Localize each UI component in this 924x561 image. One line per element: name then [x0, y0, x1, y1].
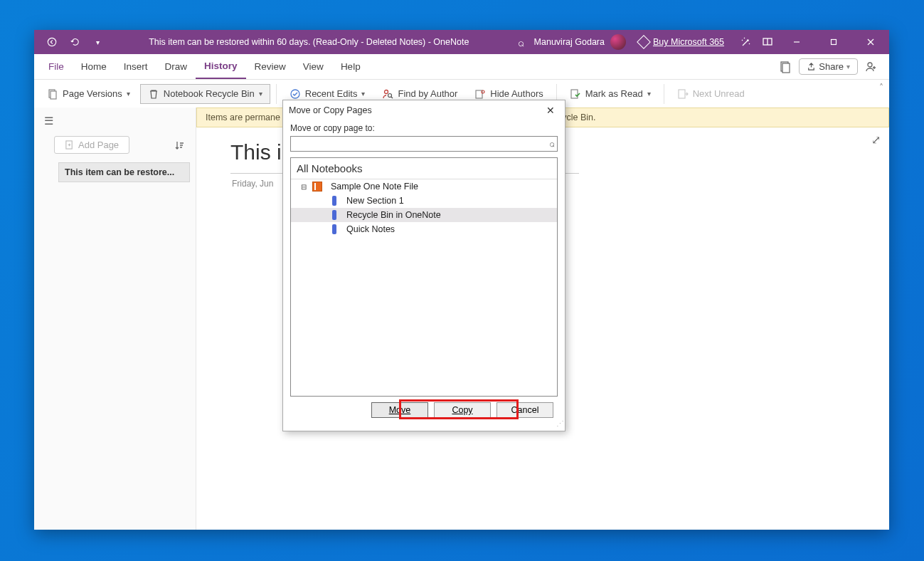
- page-list-item[interactable]: This item can be restore...: [58, 162, 190, 182]
- title-bar-left: ▾: [34, 34, 105, 50]
- move-copy-dialog: Move or Copy Pages ✕ Move or copy page t…: [282, 100, 565, 431]
- chevron-down-icon: ▾: [259, 90, 262, 98]
- notebook-tree[interactable]: All Notebooks ⊟ Sample One Note File New…: [290, 157, 558, 397]
- cancel-button[interactable]: Cancel: [496, 402, 553, 418]
- minimize-button[interactable]: [781, 30, 812, 54]
- add-page-icon: [65, 140, 74, 150]
- linked-notes-icon[interactable]: [777, 59, 793, 75]
- section-icon: [332, 224, 336, 234]
- separator: [664, 84, 664, 104]
- maximize-button[interactable]: [818, 30, 849, 54]
- section-icon: [332, 196, 336, 206]
- tab-help[interactable]: Help: [332, 54, 369, 79]
- user-name: Manuviraj Godara: [534, 37, 605, 47]
- search-icon: ⌕: [549, 138, 555, 149]
- tab-history[interactable]: History: [196, 54, 246, 79]
- page-versions-icon: [47, 88, 58, 100]
- svg-rect-4: [832, 40, 837, 45]
- dialog-close-button[interactable]: ✕: [542, 102, 559, 119]
- move-button[interactable]: Move: [371, 402, 428, 418]
- collapse-icon[interactable]: ⊟: [301, 183, 308, 191]
- mark-read-label: Mark as Read: [585, 88, 643, 99]
- svg-point-14: [388, 93, 392, 97]
- svg-point-13: [385, 90, 388, 93]
- notebook-recycle-bin-button[interactable]: Notebook Recycle Bin ▾: [140, 84, 270, 104]
- comments-icon[interactable]: [864, 59, 879, 75]
- mark-as-read-button[interactable]: Mark as Read ▾: [563, 85, 658, 103]
- page-versions-label: Page Versions: [63, 88, 122, 99]
- svg-rect-8: [782, 63, 790, 73]
- close-button[interactable]: [855, 30, 886, 54]
- section-label: Recycle Bin in OneNote: [346, 210, 441, 220]
- share-label: Share: [819, 61, 844, 72]
- dialog-button-row: Move Copy Cancel: [290, 397, 558, 424]
- tree-section-row[interactable]: Quick Notes: [291, 222, 557, 236]
- tab-file[interactable]: File: [40, 54, 73, 79]
- window-title: This item can be restored within 60 days…: [105, 37, 513, 47]
- trash-icon: [148, 88, 159, 100]
- hamburger-icon[interactable]: ☰: [34, 112, 63, 130]
- page-title: This i: [230, 140, 282, 164]
- tab-insert[interactable]: Insert: [115, 54, 156, 79]
- svg-rect-19: [679, 90, 685, 98]
- avatar: [610, 34, 626, 50]
- page-date: Friday, Jun: [232, 179, 273, 189]
- mark-read-icon: [570, 88, 581, 100]
- qat-customize-icon[interactable]: ▾: [90, 34, 105, 50]
- tree-notebook-row[interactable]: ⊟ Sample One Note File: [291, 179, 557, 194]
- tree-header: All Notebooks: [291, 158, 557, 179]
- tab-home[interactable]: Home: [73, 54, 115, 79]
- title-bar-right: ⌕ Manuviraj Godara Buy Microsoft 365: [513, 30, 889, 54]
- next-unread-button: Next Unread: [670, 85, 752, 103]
- tab-view[interactable]: View: [294, 54, 332, 79]
- next-unread-label: Next Unread: [693, 88, 745, 99]
- wand-icon[interactable]: [738, 34, 754, 50]
- tab-review[interactable]: Review: [246, 54, 294, 79]
- tree-section-row[interactable]: Recycle Bin in OneNote: [291, 208, 557, 222]
- page-list-panel: ☰ Add Page This item can be restore...: [34, 108, 196, 530]
- svg-point-0: [48, 38, 55, 46]
- hide-authors-icon: [474, 88, 486, 100]
- svg-line-15: [391, 97, 393, 98]
- dialog-search-input[interactable]: [290, 136, 558, 152]
- chevron-down-icon: ▾: [647, 90, 651, 98]
- person-search-icon: [382, 88, 393, 100]
- window-mode-icon[interactable]: [760, 34, 775, 50]
- tab-draw[interactable]: Draw: [156, 54, 196, 79]
- back-button[interactable]: [44, 34, 60, 50]
- dialog-label: Move or copy page to:: [290, 123, 558, 133]
- svg-rect-11: [51, 91, 56, 99]
- section-label: Quick Notes: [346, 224, 395, 234]
- add-page-button[interactable]: Add Page: [54, 136, 129, 154]
- dialog-title: Move or Copy Pages: [289, 105, 372, 115]
- info-bar-text-left: Items are permane: [206, 112, 280, 122]
- resize-grip-icon[interactable]: ⋰: [556, 422, 563, 429]
- titlebar-search-icon[interactable]: ⌕: [513, 34, 529, 50]
- tree-section-row[interactable]: New Section 1: [291, 194, 557, 208]
- svg-point-9: [868, 63, 872, 67]
- chevron-down-icon: ▾: [127, 90, 130, 98]
- find-author-label: Find by Author: [398, 88, 457, 99]
- recent-edits-label: Recent Edits: [305, 88, 358, 99]
- clock-check-icon: [290, 88, 301, 100]
- hide-authors-label: Hide Authors: [490, 88, 543, 99]
- title-bar: ▾ This item can be restored within 60 da…: [34, 30, 889, 54]
- svg-rect-18: [571, 90, 578, 98]
- undo-button[interactable]: [67, 34, 83, 50]
- copy-button[interactable]: Copy: [434, 402, 491, 418]
- expand-page-icon[interactable]: ⤢: [871, 133, 881, 147]
- dialog-titlebar: Move or Copy Pages ✕: [283, 100, 565, 120]
- chevron-down-icon: ▾: [846, 63, 850, 70]
- notebook-label: Sample One Note File: [331, 182, 418, 192]
- account-area[interactable]: Manuviraj Godara: [534, 34, 626, 50]
- collapse-ribbon-icon[interactable]: ˄: [879, 83, 883, 93]
- diamond-icon: [637, 35, 651, 49]
- add-page-label: Add Page: [78, 140, 119, 150]
- sort-icon[interactable]: [174, 140, 188, 150]
- share-button[interactable]: Share ▾: [799, 58, 858, 75]
- buy-microsoft-365[interactable]: Buy Microsoft 365: [639, 37, 724, 47]
- page-versions-button[interactable]: Page Versions ▾: [40, 85, 137, 103]
- next-unread-icon: [677, 88, 689, 100]
- section-icon: [332, 210, 336, 220]
- ribbon-tabs: File Home Insert Draw History Review Vie…: [34, 54, 889, 79]
